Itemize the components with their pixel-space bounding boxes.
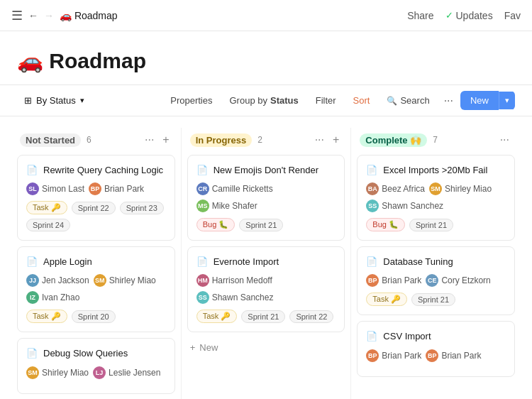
group-by-button[interactable]: Group by Status xyxy=(222,92,305,109)
column-title-complete: Complete 🙌 xyxy=(360,133,427,147)
properties-label: Properties xyxy=(170,95,212,106)
card-sprint-tag: Sprint 24 xyxy=(26,219,70,231)
card-assignees: BABeez AfricaSMShirley MiaoSSShawn Sanch… xyxy=(366,182,506,212)
avatar: CE xyxy=(426,274,438,287)
doc-icon: 📄 xyxy=(366,165,377,175)
updates-link[interactable]: ✓ Updates xyxy=(445,10,493,21)
card[interactable]: 📄Evernote ImportHMHarrison MedoffSSShawn… xyxy=(187,246,345,332)
grid-icon: ⊞ xyxy=(24,95,32,106)
filter-button[interactable]: Filter xyxy=(309,92,343,109)
card-assignees: HMHarrison MedoffSSShawn Sanchez xyxy=(196,274,336,304)
doc-icon: 📄 xyxy=(366,331,377,341)
card[interactable]: 📄Database TuningBPBrian ParkCECory Etzko… xyxy=(357,246,515,315)
properties-button[interactable]: Properties xyxy=(163,92,219,109)
card-title-text: Debug Slow Queries xyxy=(43,347,128,360)
assignee: MSMike Shafer xyxy=(196,200,257,212)
assignee-name: Shawn Sanchez xyxy=(382,201,443,211)
assignee: BPBrian Park xyxy=(426,349,481,362)
assignee-name: Beez Africa xyxy=(382,184,425,194)
new-button[interactable]: New xyxy=(460,91,499,110)
assignee-name: Brian Park xyxy=(382,275,421,285)
assignee-name: Shirley Miao xyxy=(42,368,89,378)
column-add-button[interactable]: + xyxy=(160,132,172,148)
forward-icon[interactable]: → xyxy=(44,10,54,21)
card-title-row: 📄Apple Login xyxy=(26,256,166,268)
avatar: BP xyxy=(366,349,379,362)
toolbar-right: Properties Group by Status Filter Sort 🔍… xyxy=(163,91,515,110)
filter-label: Filter xyxy=(316,95,336,106)
avatar: BP xyxy=(89,182,101,195)
card[interactable]: 📄CSV ImportBPBrian ParkBPBrian Park xyxy=(357,321,515,376)
card-assignees: JJJen JacksonSMShirley MiaoIZIvan Zhao xyxy=(26,274,166,304)
column-add-button[interactable]: + xyxy=(330,132,342,148)
card-title-text: Database Tuning xyxy=(383,256,453,268)
assignee: SMShirley Miao xyxy=(94,274,156,287)
column-title-not-started: Not Started xyxy=(20,133,81,147)
column-title-group: Not Started6 xyxy=(20,133,92,147)
breadcrumb: 🚗 Roadmap xyxy=(60,10,118,21)
assignee-name: Mike Shafer xyxy=(212,201,257,211)
assignee: BPBrian Park xyxy=(366,349,421,362)
column-more-button[interactable]: ··· xyxy=(497,132,512,148)
card-title-text: Evernote Import xyxy=(214,256,279,268)
card-tag-task: Task 🔑 xyxy=(366,293,407,306)
group-by-prefix: Group by xyxy=(229,95,267,106)
card[interactable]: 📄Excel Imports >20Mb FailBABeez AfricaSM… xyxy=(357,155,515,241)
assignee-name: Ivan Zhao xyxy=(42,293,79,302)
avatar: HM xyxy=(196,274,209,287)
card-sprint-tag: Sprint 21 xyxy=(239,219,283,231)
card[interactable]: 📄New Emojis Don't RenderCRCamille Ricket… xyxy=(187,155,345,241)
assignee: LJLeslie Jensen xyxy=(93,366,160,379)
search-button[interactable]: 🔍 Search xyxy=(379,92,436,109)
avatar: CR xyxy=(196,182,209,195)
card-tags: Task 🔑Sprint 20 xyxy=(26,310,166,323)
card-sprint-tag: Sprint 22 xyxy=(289,310,333,323)
card-assignees: BPBrian ParkCECory Etzkorn xyxy=(366,274,506,287)
sort-button[interactable]: Sort xyxy=(346,92,377,109)
assignee-name: Shirley Miao xyxy=(109,275,156,285)
top-nav: ☰ ← → 🚗 Roadmap Share ✓ Updates Fav xyxy=(0,0,532,31)
view-selector[interactable]: ⊞ By Status ▾ xyxy=(17,92,92,109)
column-count-not-started: 6 xyxy=(87,135,92,145)
assignee-name: Simon Last xyxy=(42,184,84,194)
column-title-in-progress: In Progress xyxy=(190,133,253,147)
assignee-name: Shawn Sanchez xyxy=(212,293,274,302)
assignee: BPBrian Park xyxy=(366,274,421,287)
card[interactable]: 📄Debug Slow QueriesSMShirley MiaoLJLesli… xyxy=(17,338,175,393)
fav-link[interactable]: Fav xyxy=(504,10,521,21)
column-count-in-progress: 2 xyxy=(257,135,262,145)
column-more-button[interactable]: ··· xyxy=(142,132,157,148)
menu-icon[interactable]: ☰ xyxy=(11,8,23,23)
assignee: HMHarrison Medoff xyxy=(196,274,272,287)
share-link[interactable]: Share xyxy=(407,10,433,21)
assignee: SSShawn Sanchez xyxy=(366,200,443,212)
breadcrumb-text[interactable]: 🚗 Roadmap xyxy=(60,10,118,21)
column-count-complete: 7 xyxy=(433,135,438,145)
card-sprint-tag: Sprint 22 xyxy=(72,202,116,214)
assignee: JJJen Jackson xyxy=(26,274,89,287)
card-title-row: 📄Debug Slow Queries xyxy=(26,347,166,360)
card-assignees: BPBrian ParkBPBrian Park xyxy=(366,349,506,362)
card-title-text: Rewrite Query Caching Logic xyxy=(43,164,163,177)
page-title: 🚗 Roadmap xyxy=(17,48,515,73)
plus-icon: + xyxy=(190,342,196,353)
column-more-button[interactable]: ··· xyxy=(312,132,327,148)
card-tag-bug: Bug 🐛 xyxy=(366,218,405,231)
card[interactable]: 📄Rewrite Query Caching LogicSLSimon Last… xyxy=(17,155,175,241)
new-button-caret[interactable]: ▾ xyxy=(499,92,515,109)
card-title-text: Excel Imports >20Mb Fail xyxy=(383,164,487,177)
card-assignees: SLSimon LastBPBrian Park xyxy=(26,182,166,195)
card[interactable]: 📄Apple LoginJJJen JacksonSMShirley MiaoI… xyxy=(17,246,175,332)
doc-icon: 📄 xyxy=(26,165,38,175)
back-icon[interactable]: ← xyxy=(28,10,38,21)
view-label: By Status xyxy=(36,95,76,106)
group-by-value: Status xyxy=(270,95,299,106)
toolbar: ⊞ By Status ▾ Properties Group by Status… xyxy=(0,85,532,116)
checkmark-icon: ✓ xyxy=(445,10,453,21)
card-title-text: Apple Login xyxy=(43,256,92,268)
assignee: SLSimon Last xyxy=(26,182,84,195)
card-sprint-tag: Sprint 21 xyxy=(241,310,285,323)
add-card-button[interactable]: + New xyxy=(187,338,345,357)
more-options-button[interactable]: ··· xyxy=(440,92,458,110)
assignee-name: Shirley Miao xyxy=(445,184,492,194)
